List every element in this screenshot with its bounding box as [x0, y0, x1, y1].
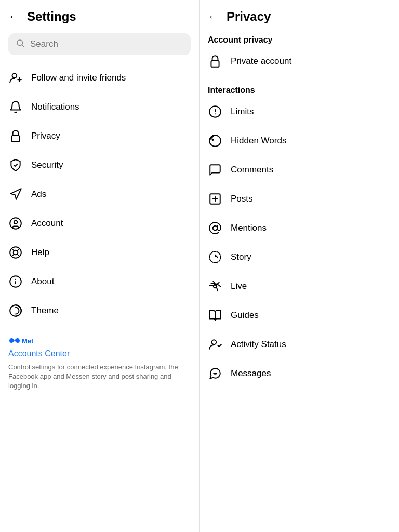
privacy-item-guides[interactable]: Guides	[200, 301, 399, 330]
lock-icon	[8, 129, 23, 143]
menu-label-help: Help	[31, 247, 49, 258]
private-account-label: Private account	[231, 56, 291, 66]
help-icon	[8, 245, 23, 260]
menu-label-account: Account	[31, 218, 63, 229]
posts-label: Posts	[231, 194, 253, 204]
menu-label-notifications: Notifications	[31, 102, 79, 112]
privacy-item-limits[interactable]: Limits	[200, 97, 399, 126]
hidden-words-label: Hidden Words	[231, 136, 286, 146]
menu-label-privacy: Privacy	[31, 131, 60, 141]
privacy-item-comments[interactable]: Comments	[200, 155, 399, 184]
settings-title: Settings	[27, 9, 76, 24]
ads-icon	[8, 187, 23, 202]
limits-label: Limits	[231, 107, 254, 117]
svg-line-12	[17, 248, 20, 251]
private-account-icon	[208, 54, 222, 69]
about-icon	[8, 274, 23, 289]
privacy-title: Privacy	[227, 9, 271, 24]
menu-label-security: Security	[31, 160, 63, 170]
menu-item-help[interactable]: Help	[0, 238, 199, 267]
privacy-item-mentions[interactable]: Mentions	[200, 214, 399, 243]
svg-point-33	[212, 340, 217, 344]
activity-status-icon	[208, 337, 222, 352]
messages-label: Messages	[231, 368, 271, 379]
interactions-label: Interactions	[200, 81, 399, 97]
menu-item-notifications[interactable]: Notifications	[0, 92, 199, 122]
privacy-item-private-account[interactable]: Private account	[200, 47, 399, 76]
mentions-label: Mentions	[231, 223, 267, 233]
live-icon	[208, 279, 222, 294]
svg-point-24	[212, 139, 214, 141]
privacy-header: ← Privacy	[200, 0, 399, 29]
search-input[interactable]	[30, 39, 183, 49]
meta-description: Control settings for connected experienc…	[8, 363, 191, 391]
settings-back-button[interactable]: ←	[8, 10, 20, 23]
posts-icon	[208, 192, 222, 206]
menu-item-ads[interactable]: Ads	[0, 180, 199, 209]
privacy-back-button[interactable]: ←	[208, 10, 219, 23]
search-icon	[16, 38, 25, 50]
svg-point-29	[209, 251, 221, 263]
comments-icon	[208, 163, 222, 177]
story-label: Story	[231, 252, 251, 262]
privacy-item-hidden-words[interactable]: Hidden Words	[200, 126, 399, 155]
svg-line-13	[11, 254, 14, 257]
follow-icon	[8, 71, 23, 85]
menu-item-about[interactable]: About	[0, 267, 199, 296]
svg-point-6	[10, 218, 21, 229]
svg-point-28	[213, 226, 218, 231]
svg-rect-19	[211, 61, 219, 67]
theme-icon	[8, 303, 23, 318]
settings-header: ← Settings	[0, 0, 199, 29]
comments-label: Comments	[231, 165, 273, 175]
guides-icon	[208, 308, 222, 323]
limits-icon	[208, 104, 222, 119]
divider	[208, 78, 391, 78]
privacy-item-live[interactable]: Live	[200, 272, 399, 301]
svg-rect-5	[11, 136, 19, 142]
live-label: Live	[231, 281, 247, 291]
menu-item-privacy[interactable]: Privacy	[0, 122, 199, 151]
shield-icon	[8, 158, 23, 172]
guides-label: Guides	[231, 310, 259, 321]
hidden-words-icon	[208, 134, 222, 148]
privacy-item-story[interactable]: Story	[200, 243, 399, 272]
menu-label-follow: Follow and invite friends	[31, 73, 126, 83]
story-icon	[208, 250, 222, 264]
menu-label-ads: Ads	[31, 189, 46, 200]
menu-item-follow[interactable]: Follow and invite friends	[0, 63, 199, 92]
privacy-item-messages[interactable]: Messages	[200, 359, 399, 388]
svg-text:Meta: Meta	[22, 337, 33, 345]
meta-logo: Meta	[8, 336, 191, 346]
privacy-item-activity-status[interactable]: Activity Status	[200, 330, 399, 359]
settings-panel: ← Settings Follow and invite friends	[0, 0, 200, 532]
account-icon	[8, 216, 23, 231]
activity-status-label: Activity Status	[231, 339, 286, 350]
meta-section: Meta Accounts Center Control settings fo…	[0, 327, 199, 396]
account-privacy-label: Account privacy	[200, 29, 399, 47]
svg-point-2	[12, 73, 17, 78]
privacy-item-posts[interactable]: Posts	[200, 184, 399, 214]
menu-label-theme: Theme	[31, 305, 59, 316]
svg-line-11	[17, 254, 20, 257]
accounts-center-link[interactable]: Accounts Center	[8, 349, 191, 358]
menu-label-about: About	[31, 276, 54, 287]
menu-item-security[interactable]: Security	[0, 151, 199, 180]
menu-item-theme[interactable]: Theme	[0, 296, 199, 325]
mentions-icon	[208, 221, 222, 235]
svg-line-10	[11, 248, 14, 251]
menu-item-account[interactable]: Account	[0, 209, 199, 238]
search-bar[interactable]	[8, 33, 191, 55]
svg-line-1	[22, 45, 24, 47]
messages-icon	[208, 366, 222, 381]
bell-icon	[8, 100, 23, 114]
svg-point-7	[14, 221, 18, 224]
privacy-panel: ← Privacy Account privacy Private accoun…	[200, 0, 399, 532]
